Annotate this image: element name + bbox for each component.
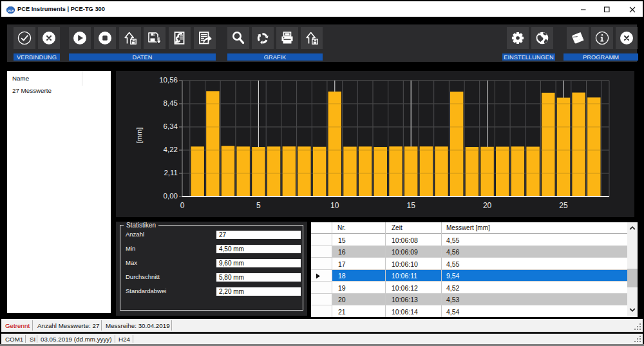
svg-text:pce: pce: [8, 8, 14, 12]
